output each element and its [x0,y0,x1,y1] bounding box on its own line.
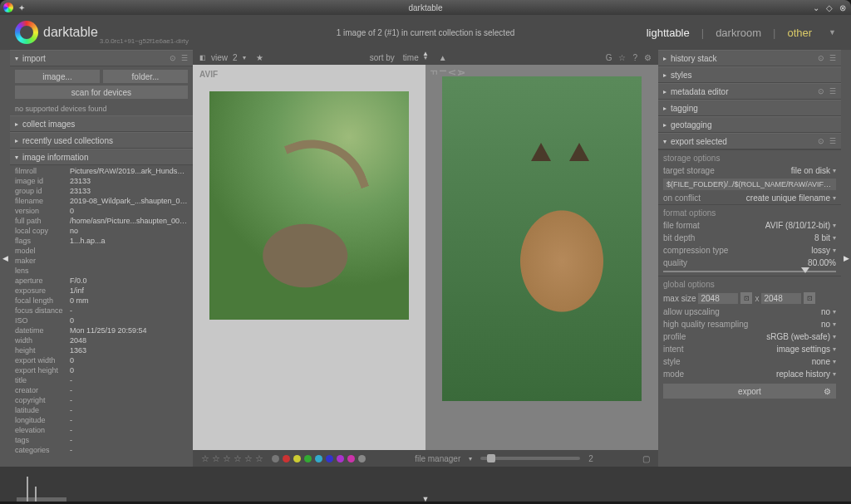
close-icon[interactable]: ⊗ [839,3,846,12]
fullscreen-icon[interactable]: ▢ [642,454,650,463]
color-dot[interactable] [293,455,301,462]
thumbnail[interactable]: AVIF [426,65,658,450]
color-dot[interactable] [304,455,312,462]
panel-history[interactable]: ▸history stack⊙☰ [658,50,841,66]
chevron-down-icon[interactable]: ▼ [829,28,836,37]
format-badge: AVIF [429,70,465,76]
panel-import[interactable]: ▾import⊙☰ [10,50,193,66]
collapse-bottom-icon[interactable]: ▼ [422,495,430,503]
dim-lock-icon[interactable]: ⊡ [740,292,752,304]
format-badge: AVIF [199,70,218,79]
color-labels[interactable] [272,455,366,462]
tab-other[interactable]: other [787,27,812,39]
max-width-input[interactable] [698,293,738,304]
quality-value: 80.00% [808,258,836,267]
group-icon[interactable]: G [606,53,612,62]
panel-tagging[interactable]: ▸tagging [658,100,841,116]
import-image-button[interactable]: image... [15,70,100,83]
zoom-value: 2 [588,454,593,463]
intent-select[interactable]: image settings▾ [777,345,836,354]
window-title: darktable [408,3,442,12]
app-icon [3,2,13,12]
sortby-label: sort by [370,53,395,62]
star-icon[interactable]: ☆ [618,53,626,62]
style-select[interactable]: none▾ [812,357,836,366]
upscale-select[interactable]: no▾ [821,307,836,316]
layout-mode[interactable]: file manager [415,454,460,463]
reset-icon[interactable]: ⊙ [170,54,176,62]
view-value[interactable]: 2 [233,53,238,62]
scan-devices-button[interactable]: scan for devices [15,86,188,99]
export-path-input[interactable]: $(FILE_FOLDER)/../$(ROLL_NAME/RAW/AVIF)/… [663,179,836,190]
profile-select[interactable]: sRGB (web-safe)▾ [766,332,836,341]
image-info-table: filmrollPictures/RAW/2019...ark_Hundshau… [10,165,193,457]
brand: darktable [43,25,98,40]
color-dot[interactable] [283,455,290,462]
selection-status: 1 image of 2 (#1) in current collection … [337,28,515,37]
target-storage[interactable]: file on disk▾ [791,166,836,175]
star-filter-icon[interactable]: ★ [256,53,263,62]
left-edge[interactable]: ◀ [0,50,10,467]
titlebar-glyph: ✦ [18,3,25,12]
help-icon[interactable]: ? [632,53,637,62]
panel-export[interactable]: ▾export selected⊙☰ [658,133,841,149]
gear-icon[interactable]: ⚙ [824,387,831,396]
view-label: view [211,53,228,62]
panel-collect[interactable]: ▸collect images [10,115,193,132]
thumb-image-2[interactable] [442,76,641,401]
compression-select[interactable]: lossy▾ [811,246,836,255]
color-dot[interactable] [272,455,279,462]
quality-slider[interactable] [663,271,836,272]
collapse-top-icon[interactable]: ▲ [422,50,429,57]
darktable-logo [15,21,38,44]
file-format-select[interactable]: AVIF (8/10/12-bit)▾ [765,221,836,230]
maximize-icon[interactable]: ◇ [826,3,833,12]
conflict-select[interactable]: create unique filename▾ [746,193,836,203]
global-options-label: global options [658,276,841,291]
color-dot[interactable] [347,455,355,462]
menu-icon[interactable]: ☰ [181,54,188,62]
thumbnail-selected[interactable]: AVIF [193,65,426,450]
panel-recent[interactable]: ▸recently used collections [10,132,193,149]
storage-options-label: storage options [658,149,841,164]
hq-select[interactable]: no▾ [821,320,836,329]
zoom-slider[interactable] [480,457,580,460]
import-folder-button[interactable]: folder... [103,70,188,83]
filter-icon[interactable]: ◧ [199,54,206,61]
version: 3.0.0rc1+91~g52f1e6ae1-dirty [100,37,189,45]
color-dot[interactable] [315,455,322,462]
panel-styles[interactable]: ▸styles [658,66,841,83]
export-button[interactable]: export⚙ [663,384,836,399]
format-options-label: format options [658,204,841,219]
mode-select[interactable]: replace history▾ [776,369,836,379]
color-dot[interactable] [358,455,366,462]
no-devices-note: no supported devices found [10,102,193,115]
panel-imageinfo[interactable]: ▾image information [10,149,193,165]
tab-darkroom[interactable]: darkroom [716,27,761,39]
sortby-value[interactable]: time [403,53,419,62]
minimize-icon[interactable]: ⌄ [813,3,819,12]
rating-stars[interactable]: ☆☆☆☆☆☆ [201,453,263,464]
dim-lock-icon[interactable]: ⊡ [804,292,815,304]
tab-lighttable[interactable]: lighttable [647,27,690,39]
color-dot[interactable] [326,455,333,462]
histogram [17,473,66,502]
panel-metadata[interactable]: ▸metadata editor⊙☰ [658,83,841,100]
max-height-input[interactable] [761,293,801,304]
right-edge[interactable]: ▶ [841,50,851,467]
panel-geotag[interactable]: ▸geotagging [658,116,841,133]
color-dot[interactable] [337,455,344,462]
bit-depth-select[interactable]: 8 bit▾ [814,233,836,242]
gear-icon[interactable]: ⚙ [644,53,652,62]
sort-dir-icon[interactable]: ▲ [439,53,447,62]
thumb-image-1[interactable] [209,91,408,320]
